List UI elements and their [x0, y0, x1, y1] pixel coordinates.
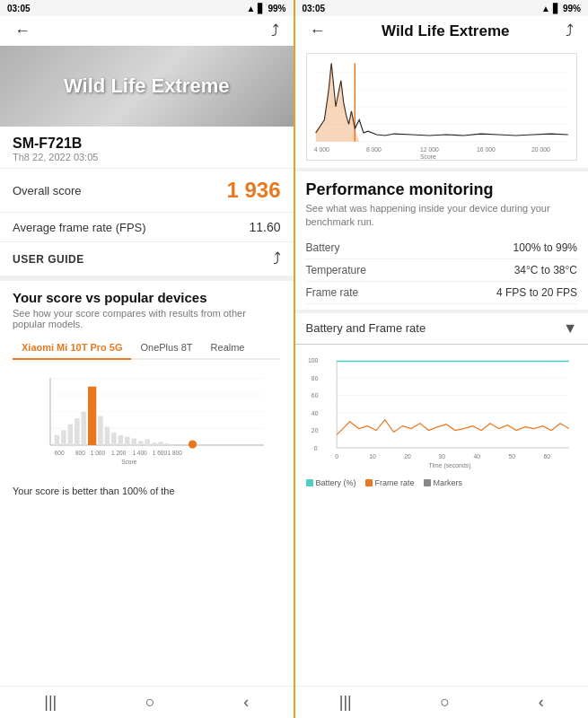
- markers-legend-label: Markers: [434, 478, 463, 487]
- svg-text:Score: Score: [420, 153, 436, 160]
- svg-text:800: 800: [75, 450, 85, 456]
- svg-text:8 000: 8 000: [365, 146, 381, 153]
- wifi-icon: ▲: [247, 4, 256, 13]
- framerate-perf-row: Frame rate 4 FPS to 20 FPS: [306, 282, 578, 304]
- battery-perf-row: Battery 100% to 99%: [306, 237, 578, 259]
- svg-text:1 400: 1 400: [132, 450, 147, 456]
- left-nav-back[interactable]: ‹: [243, 693, 249, 712]
- perf-title: Performance monitoring: [306, 180, 578, 199]
- score-line-chart: 4 000 8 000 12 000 16 000 20 000 Score: [306, 53, 578, 161]
- svg-rect-20: [145, 439, 150, 445]
- svg-text:Score: Score: [121, 459, 136, 465]
- comparison-tabs: Xiaomi Mi 10T Pro 5G OnePlus 8T Realme: [13, 337, 281, 360]
- left-nav-home[interactable]: ○: [145, 693, 155, 712]
- user-guide-row[interactable]: USER GUIDE ⤴: [0, 242, 294, 281]
- svg-rect-21: [152, 442, 157, 445]
- signal-icon: ▋: [258, 4, 265, 13]
- svg-rect-23: [165, 443, 171, 445]
- svg-text:16 000: 16 000: [477, 146, 496, 153]
- svg-rect-11: [81, 412, 86, 445]
- svg-marker-39: [315, 64, 358, 142]
- svg-rect-17: [125, 437, 130, 445]
- right-nav-title: Wild Life Extreme: [382, 22, 510, 40]
- svg-rect-9: [68, 425, 74, 445]
- svg-rect-10: [75, 418, 80, 445]
- left-share-button[interactable]: ⤴: [271, 22, 279, 40]
- right-share-button[interactable]: ⤴: [566, 22, 574, 40]
- chart-type-dropdown[interactable]: Battery and Frame rate ▼: [295, 313, 589, 345]
- score-line-chart-svg: 4 000 8 000 12 000 16 000 20 000 Score: [307, 54, 577, 160]
- time-chart-svg: Wild Life Extreme 100 80 60 40: [306, 350, 578, 476]
- right-status-bar: 03:05 ▲ ▋ 99%: [295, 0, 589, 16]
- svg-text:600: 600: [55, 450, 65, 456]
- battery-icon: 99%: [268, 4, 285, 13]
- svg-text:60: 60: [311, 392, 318, 398]
- tab-oneplus[interactable]: OnePlus 8T: [131, 337, 201, 360]
- device-date: Th8 22, 2022 03:05: [13, 152, 281, 162]
- popular-subtitle: See how your score compares with results…: [13, 308, 281, 329]
- right-status-icons: ▲ ▋ 99%: [541, 4, 581, 13]
- fps-label: Average frame rate (FPS): [13, 221, 146, 234]
- tab-xiaomi[interactable]: Xiaomi Mi 10T Pro 5G: [13, 337, 131, 360]
- left-content: SM-F721B Th8 22, 2022 03:05 Overall scor…: [0, 127, 294, 686]
- svg-text:0: 0: [335, 453, 338, 460]
- svg-rect-22: [158, 442, 163, 445]
- svg-text:0: 0: [313, 445, 317, 451]
- right-nav-home[interactable]: ○: [440, 693, 450, 712]
- right-back-button[interactable]: ←: [310, 22, 326, 40]
- svg-rect-8: [61, 430, 66, 445]
- svg-rect-7: [55, 435, 60, 445]
- svg-text:20: 20: [404, 453, 411, 460]
- left-time: 03:05: [7, 4, 31, 13]
- left-back-button[interactable]: ←: [14, 22, 31, 40]
- markers-legend-dot: [424, 479, 431, 486]
- svg-rect-18: [131, 439, 136, 445]
- bottom-text: Your score is better than 100% of the: [0, 482, 294, 500]
- left-bottom-nav: ||| ○ ‹: [0, 686, 294, 718]
- perf-subtitle: See what was happening inside your devic…: [306, 202, 578, 230]
- svg-rect-12: [88, 387, 96, 445]
- svg-text:1 000: 1 000: [91, 450, 106, 456]
- tab-realme[interactable]: Realme: [202, 337, 254, 360]
- framerate-legend-label: Frame rate: [375, 478, 415, 487]
- legend-framerate: Frame rate: [365, 478, 415, 487]
- right-nav-back[interactable]: ‹: [539, 693, 544, 712]
- right-signal-icon: ▋: [553, 4, 560, 13]
- svg-text:40: 40: [311, 410, 318, 416]
- user-guide-share-icon[interactable]: ⤴: [273, 250, 281, 268]
- right-nav-bar: ← Wild Life Extreme ⤴: [295, 16, 589, 46]
- svg-text:1 600: 1 600: [153, 450, 168, 456]
- score-chart-section: 4 000 8 000 12 000 16 000 20 000 Score: [295, 46, 589, 171]
- svg-rect-14: [105, 426, 110, 445]
- left-status-bar: 03:05 ▲ ▋ 99%: [0, 0, 294, 16]
- overall-score-value: 1 936: [226, 178, 280, 203]
- fps-row: Average frame rate (FPS) 11.60: [0, 213, 294, 242]
- performance-section: Performance monitoring See what was happ…: [295, 171, 589, 313]
- right-content: 4 000 8 000 12 000 16 000 20 000 Score P…: [295, 46, 589, 686]
- temp-val: 34°C to 38°C: [514, 264, 577, 276]
- fps-value: 11.60: [249, 220, 280, 234]
- svg-rect-15: [111, 433, 117, 445]
- right-time: 03:05: [303, 4, 326, 13]
- framerate-val: 4 FPS to 20 FPS: [496, 286, 577, 299]
- left-nav-menu[interactable]: |||: [44, 693, 57, 712]
- time-chart: Wild Life Extreme 100 80 60 40: [306, 350, 578, 476]
- temp-perf-row: Temperature 34°C to 38°C: [306, 259, 578, 282]
- right-wifi-icon: ▲: [541, 4, 550, 13]
- bar-chart-svg: 600 800 1 000 1 200 1 400 1 600 1 800 Sc…: [25, 367, 268, 473]
- bar-chart: 600 800 1 000 1 200 1 400 1 600 1 800 Sc…: [13, 360, 281, 477]
- device-info: SM-F721B Th8 22, 2022 03:05: [0, 127, 294, 169]
- framerate-key: Frame rate: [306, 286, 359, 299]
- svg-text:50: 50: [508, 453, 515, 460]
- svg-text:1 800: 1 800: [168, 450, 183, 456]
- svg-point-32: [189, 440, 197, 448]
- svg-text:60: 60: [543, 453, 550, 460]
- legend-markers: Markers: [424, 478, 463, 487]
- time-chart-section: Wild Life Extreme 100 80 60 40: [295, 345, 589, 491]
- dropdown-label: Battery and Frame rate: [306, 321, 426, 335]
- svg-text:10: 10: [369, 453, 376, 460]
- temp-key: Temperature: [306, 264, 366, 276]
- right-nav-menu[interactable]: |||: [339, 693, 352, 712]
- svg-rect-16: [118, 435, 124, 445]
- svg-text:100: 100: [307, 357, 318, 363]
